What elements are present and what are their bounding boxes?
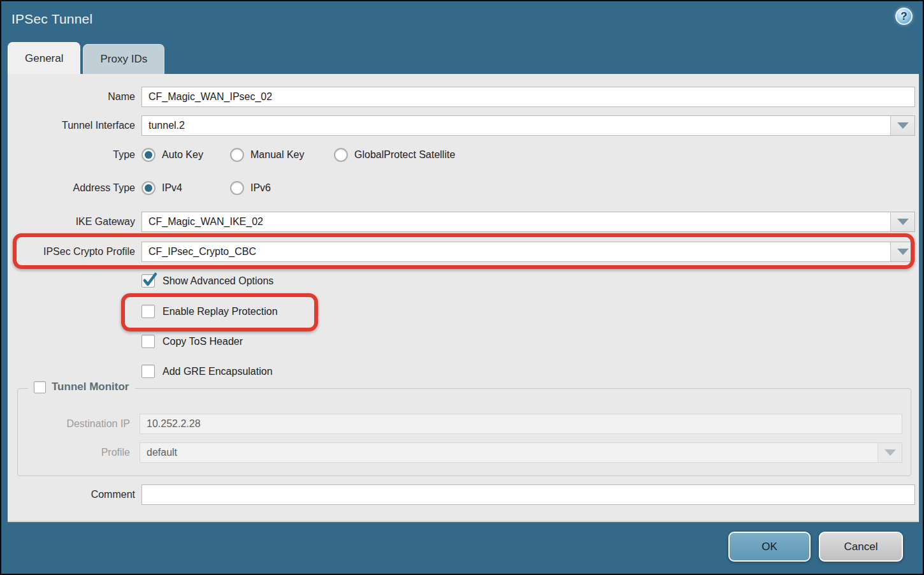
- dialog-title: IPSec Tunnel: [11, 11, 92, 27]
- tunnel-interface-dropdown-button[interactable]: [890, 116, 914, 135]
- radio-label: IPv4: [162, 182, 182, 194]
- radio-ipv4[interactable]: IPv4: [141, 181, 230, 195]
- comment-input[interactable]: [141, 484, 915, 505]
- checkbox-label: Add GRE Encapsulation: [162, 366, 273, 377]
- profile-select: default: [140, 442, 902, 463]
- checkbox-enable-replay-protection[interactable]: Enable Replay Protection: [141, 305, 278, 318]
- checkbox-label: Show Advanced Options: [162, 275, 273, 287]
- destination-ip-row: Destination IP 10.252.2.28: [18, 414, 902, 434]
- checkbox-icon: [141, 274, 155, 288]
- dialog-titlebar: IPSec Tunnel ?: [1, 1, 923, 41]
- destination-ip-label: Destination IP: [18, 418, 130, 430]
- general-tab-panel: Name CF_Magic_WAN_IPsec_02 Tunnel Interf…: [8, 74, 919, 522]
- tunnel-interface-row: Tunnel Interface tunnel.2: [8, 115, 915, 136]
- comment-label: Comment: [8, 489, 135, 500]
- ike-gateway-value: CF_Magic_WAN_IKE_02: [142, 216, 890, 228]
- radio-icon: [334, 148, 348, 162]
- checkbox-add-gre-encapsulation[interactable]: Add GRE Encapsulation: [141, 365, 273, 378]
- ipsec-crypto-profile-label: IPSec Crypto Profile: [8, 246, 135, 258]
- tunnel-monitor-legend[interactable]: Tunnel Monitor: [28, 381, 135, 393]
- radio-icon: [230, 148, 244, 162]
- tab-proxy-ids[interactable]: Proxy IDs: [83, 44, 164, 74]
- chevron-down-icon: [897, 219, 909, 225]
- ike-gateway-dropdown-button[interactable]: [890, 212, 914, 231]
- tunnel-monitor-fieldset: Tunnel Monitor Destination IP 10.252.2.2…: [17, 388, 911, 476]
- profile-label: Profile: [18, 447, 130, 458]
- radio-icon: [141, 148, 155, 162]
- profile-row: Profile default: [18, 442, 902, 463]
- tunnel-interface-select[interactable]: tunnel.2: [141, 115, 915, 136]
- radio-icon: [230, 181, 244, 195]
- radio-globalprotect-satellite[interactable]: GlobalProtect Satellite: [334, 148, 455, 162]
- radio-icon: [141, 181, 155, 195]
- name-label: Name: [8, 91, 135, 103]
- checkbox-copy-tos-header[interactable]: Copy ToS Header: [141, 335, 243, 348]
- radio-label: Auto Key: [162, 149, 203, 161]
- ike-gateway-select[interactable]: CF_Magic_WAN_IKE_02: [141, 212, 915, 232]
- type-row: Type Auto Key Manual Key GlobalProtect S…: [8, 148, 915, 162]
- radio-label: GlobalProtect Satellite: [354, 149, 455, 161]
- checkbox-icon: [141, 365, 155, 378]
- ipsec-crypto-profile-select[interactable]: CF_IPsec_Crypto_CBC: [141, 242, 915, 262]
- type-radio-group: Auto Key Manual Key GlobalProtect Satell…: [141, 148, 455, 162]
- ipsec-crypto-profile-value: CF_IPsec_Crypto_CBC: [142, 246, 890, 258]
- profile-dropdown-button: [877, 443, 902, 462]
- tab-general[interactable]: General: [8, 42, 80, 74]
- radio-label: IPv6: [250, 182, 271, 194]
- chevron-down-icon: [897, 122, 909, 129]
- chevron-down-icon: [884, 449, 896, 456]
- ipsec-crypto-profile-dropdown-button[interactable]: [890, 242, 914, 261]
- ok-button[interactable]: OK: [728, 532, 811, 562]
- tab-bar: General Proxy IDs: [8, 42, 164, 74]
- tunnel-interface-label: Tunnel Interface: [8, 120, 135, 131]
- ipsec-tunnel-dialog: IPSec Tunnel ? General Proxy IDs Name CF…: [0, 0, 924, 575]
- checkbox-label: Copy ToS Header: [162, 336, 243, 347]
- address-type-radio-group: IPv4 IPv6: [141, 181, 271, 195]
- checkbox-icon: [141, 335, 155, 348]
- checkbox-icon[interactable]: [34, 381, 46, 393]
- help-icon[interactable]: ?: [895, 8, 913, 25]
- profile-value: default: [140, 447, 877, 458]
- address-type-label: Address Type: [8, 182, 135, 194]
- address-type-row: Address Type IPv4 IPv6: [8, 181, 915, 195]
- checkbox-icon: [141, 305, 155, 318]
- name-input[interactable]: CF_Magic_WAN_IPsec_02: [141, 87, 915, 107]
- destination-ip-input: 10.252.2.28: [140, 414, 902, 434]
- comment-row: Comment: [8, 484, 915, 505]
- cancel-button[interactable]: Cancel: [819, 532, 903, 562]
- checkbox-label: Enable Replay Protection: [162, 306, 278, 317]
- destination-ip-value: 10.252.2.28: [140, 418, 902, 430]
- ike-gateway-label: IKE Gateway: [8, 216, 135, 228]
- radio-manual-key[interactable]: Manual Key: [230, 148, 334, 162]
- ike-gateway-row: IKE Gateway CF_Magic_WAN_IKE_02: [8, 212, 915, 232]
- tunnel-interface-value: tunnel.2: [142, 120, 890, 131]
- checkbox-show-advanced-options[interactable]: Show Advanced Options: [141, 274, 273, 288]
- radio-ipv6[interactable]: IPv6: [230, 181, 271, 195]
- tunnel-monitor-label: Tunnel Monitor: [52, 381, 129, 393]
- radio-auto-key[interactable]: Auto Key: [141, 148, 230, 162]
- chevron-down-icon: [897, 249, 909, 255]
- name-value: CF_Magic_WAN_IPsec_02: [142, 91, 914, 103]
- type-label: Type: [8, 149, 135, 161]
- ipsec-crypto-profile-row: IPSec Crypto Profile CF_IPsec_Crypto_CBC: [8, 242, 915, 262]
- radio-label: Manual Key: [250, 149, 305, 161]
- name-row: Name CF_Magic_WAN_IPsec_02: [8, 87, 915, 107]
